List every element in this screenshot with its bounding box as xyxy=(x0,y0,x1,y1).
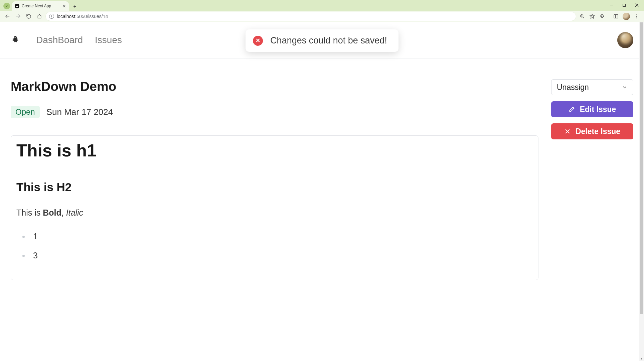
chevron-down-icon xyxy=(622,84,628,90)
window-minimize-button[interactable] xyxy=(605,1,617,9)
zoom-icon[interactable] xyxy=(578,12,587,21)
status-badge: Open xyxy=(11,106,40,118)
reload-button[interactable] xyxy=(24,12,33,21)
svg-rect-11 xyxy=(614,14,618,18)
list-item: 1 xyxy=(22,232,533,241)
profile-avatar-small[interactable] xyxy=(623,13,630,20)
main-column: MarkDown Demo Open Sun Mar 17 2024 This … xyxy=(11,79,538,280)
nav-link-dashboard[interactable]: DashBoard xyxy=(36,35,83,45)
svg-point-13 xyxy=(636,14,637,15)
tab-title: Create Next App xyxy=(22,4,51,8)
browser-chrome: Create Next App ✕ + i xyxy=(0,0,644,22)
browser-menu-button[interactable] xyxy=(632,12,641,21)
toast-message: Changes could not be saved! xyxy=(270,35,387,46)
window-maximize-button[interactable] xyxy=(618,1,630,9)
svg-point-15 xyxy=(636,17,637,18)
svg-marker-10 xyxy=(590,14,594,18)
edit-label: Edit Issue xyxy=(580,105,616,114)
scrollbar[interactable]: ▲ ▼ xyxy=(639,22,644,361)
page-body: MarkDown Demo Open Sun Mar 17 2024 This … xyxy=(0,58,644,280)
assignee-value: Unassign xyxy=(557,83,589,92)
tab-strip: Create Next App ✕ + xyxy=(0,0,644,11)
nav-back-button[interactable] xyxy=(3,12,12,21)
favicon-icon xyxy=(15,4,19,8)
new-tab-button[interactable]: + xyxy=(71,2,79,10)
browser-tab[interactable]: Create Next App ✕ xyxy=(12,1,69,11)
error-icon: ✕ xyxy=(253,36,263,46)
prose-paragraph: This is Bold, Italic xyxy=(16,208,533,218)
edit-icon xyxy=(569,106,575,113)
delete-issue-button[interactable]: Delete Issue xyxy=(551,123,633,139)
side-column: Unassign Edit Issue Delete Issue xyxy=(551,79,633,280)
tab-close-icon[interactable]: ✕ xyxy=(62,4,66,9)
sidepanel-icon[interactable] xyxy=(611,12,621,21)
window-close-button[interactable] xyxy=(631,1,643,9)
list-item: 3 xyxy=(22,251,533,260)
tab-search-button[interactable] xyxy=(3,3,10,9)
svg-rect-1 xyxy=(623,4,625,6)
svg-line-7 xyxy=(583,17,584,18)
nav-forward-button[interactable] xyxy=(13,12,23,21)
close-icon xyxy=(564,128,571,135)
error-toast: ✕ Changes could not be saved! xyxy=(246,29,398,52)
bookmark-icon[interactable] xyxy=(588,12,597,21)
delete-label: Delete Issue xyxy=(576,127,620,136)
address-bar[interactable]: i localhost:5050/issues/14 xyxy=(45,12,576,21)
issue-meta: Open Sun Mar 17 2024 xyxy=(11,106,538,118)
extensions-icon[interactable] xyxy=(598,12,607,21)
home-button[interactable] xyxy=(35,12,44,21)
prose-list: 1 3 xyxy=(16,232,533,260)
issue-description: This is h1 This is H2 This is Bold, Ital… xyxy=(11,135,538,280)
prose-h2: This is H2 xyxy=(16,180,533,194)
toolbar-divider xyxy=(609,13,609,19)
bug-logo-icon[interactable] xyxy=(11,35,20,45)
svg-point-14 xyxy=(636,16,637,16)
user-avatar[interactable] xyxy=(617,32,633,48)
issue-date: Sun Mar 17 2024 xyxy=(46,107,113,117)
assignee-select[interactable]: Unassign xyxy=(551,79,633,95)
scrollbar-down-icon[interactable]: ▼ xyxy=(639,356,644,361)
prose-h1: This is h1 xyxy=(16,140,533,160)
issue-title: MarkDown Demo xyxy=(11,79,538,94)
nav-link-issues[interactable]: Issues xyxy=(95,35,122,45)
site-info-icon[interactable]: i xyxy=(49,14,54,19)
page-viewport: ▲ ▼ DashBoard Issues ✕ Changes could not… xyxy=(0,22,644,361)
nav-links: DashBoard Issues xyxy=(36,35,122,45)
url-text: localhost:5050/issues/14 xyxy=(57,14,108,19)
window-controls xyxy=(605,1,643,9)
scrollbar-thumb[interactable] xyxy=(640,22,643,314)
browser-toolbar: i localhost:5050/issues/14 xyxy=(0,11,644,22)
edit-issue-button[interactable]: Edit Issue xyxy=(551,101,633,117)
